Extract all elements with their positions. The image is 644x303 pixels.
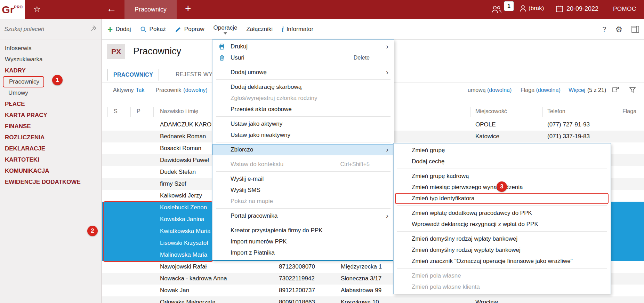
tab-pracownicy[interactable]: PRACOWNICY	[107, 69, 159, 81]
app-logo[interactable]: Gr PRO	[0, 0, 25, 19]
back-arrow-icon[interactable]: ←	[106, 3, 116, 14]
filter-active-value[interactable]: Tak	[136, 87, 145, 93]
menu-item-zbiorczo[interactable]: Zbiorczo›	[212, 144, 394, 155]
record-count: (5 z 21)	[587, 87, 606, 93]
plus-icon: +	[107, 25, 113, 34]
annotation-step-2: 2	[87, 226, 98, 236]
column-header-s[interactable]: S	[114, 108, 118, 115]
top-bar: Gr PRO ☆ ← Pracownicy + 1 (brak) 20-09-2…	[0, 0, 644, 19]
sidebar-item-finanse[interactable]: FINANSE	[0, 121, 102, 132]
operations-button[interactable]: Operacje	[214, 24, 238, 34]
informator-button[interactable]: i Informator	[282, 25, 313, 33]
sidebar-item-rozliczenia[interactable]: ROZLICZENIA	[0, 132, 102, 143]
user-label: (brak)	[529, 5, 544, 12]
sidebar-item-komunikacja[interactable]: KOMUNIKACJA	[0, 165, 102, 177]
menu-item-zmie-grup[interactable]: Zmień grupę	[394, 145, 611, 156]
sidebar-item-ewidencje-dodatkowe[interactable]: EWIDENCJE DODATKOWE	[0, 177, 102, 188]
menu-item-dodaj-deklaracj-skarbow[interactable]: Dodaj deklarację skarbową	[212, 81, 394, 93]
favorites-star-icon[interactable]: ☆	[33, 5, 41, 14]
zbiorczo-submenu: Zmień grupęDodaj cechęZmień grupę kadrow…	[393, 143, 611, 294]
menu-item-import-z-p-atnika[interactable]: Import z Płatnika	[212, 247, 394, 258]
cell-phone: (071) 337-19-83	[547, 131, 620, 142]
new-tab-button[interactable]: +	[185, 2, 191, 14]
menu-item-zmie-typ-identyfikatora[interactable]: Zmień typ identyfikatora	[394, 193, 611, 204]
help-menu[interactable]: POMOC	[613, 6, 636, 13]
menu-item-zmie-grup-kadrow[interactable]: Zmień grupę kadrową	[394, 171, 611, 182]
magnifier-icon	[140, 26, 147, 33]
menu-item-portal-pracownika[interactable]: Portal pracownika›	[212, 210, 394, 222]
filter-flag[interactable]: Flaga (dowolna)	[521, 87, 561, 93]
column-header-name[interactable]: Nazwisko i imię	[160, 108, 198, 115]
sidebar-item-umowy[interactable]: Umowy	[0, 87, 102, 99]
menu-item-wy-lij-sms[interactable]: Wyślij SMS	[212, 185, 394, 196]
cell-s	[114, 166, 135, 178]
column-header-phone[interactable]: Telefon	[547, 108, 565, 115]
menu-item-dodaj-cech[interactable]: Dodaj cechę	[394, 156, 611, 167]
users-icon[interactable]	[491, 5, 502, 14]
sidebar-item-kartoteki[interactable]: KARTOTEKI	[0, 154, 102, 165]
logo-text: Gr	[2, 5, 14, 15]
cell-id: 73022119942	[279, 273, 340, 285]
menu-item-drukuj[interactable]: Drukuj›	[212, 41, 394, 52]
menu-item-zmie-wp-at-dodatkow-pracodawcy-do-ppk[interactable]: Zmień wpłatę dodatkową pracodawcy do PPK	[394, 208, 611, 219]
window-tab-pracownicy[interactable]: Pracownicy	[124, 0, 177, 19]
menu-separator	[216, 208, 391, 209]
add-button[interactable]: + Dodaj	[107, 25, 131, 34]
menu-item-przenie-akta-osobowe[interactable]: Przenieś akta osobowe	[212, 104, 394, 115]
menu-item-wstaw-do-kontekstu: Wstaw do kontekstuCtrl+Shift+5	[212, 159, 394, 170]
sidebar-item-wyszukiwarka[interactable]: Wyszukiwarka	[0, 54, 102, 65]
menu-item-zmie-znacznik-oznaczaj-operacje-finansowe-jako-wra-liwe[interactable]: Zmień znacznik "Oznaczaj operacje finans…	[394, 256, 611, 267]
cell-p	[137, 237, 158, 249]
cell-p	[137, 166, 158, 178]
help-icon[interactable]: ?	[602, 25, 606, 33]
sidebar-item-deklaracje[interactable]: DEKLARACJE	[0, 143, 102, 154]
cell-p	[137, 213, 158, 225]
cell-id: 80091018663	[279, 296, 340, 303]
attachments-button[interactable]: Załączniki	[246, 26, 273, 33]
menu-item-wy-lij-e-mail[interactable]: Wyślij e-mail	[212, 173, 394, 185]
menu-item-zmie-domy-lny-rodzaj-wyp-aty-bankowej[interactable]: Zmień domyślny rodzaj wypłaty bankowej	[394, 244, 611, 256]
menu-item-kreator-przyst-pienia-firmy-do-ppk[interactable]: Kreator przystąpienia firmy do PPK	[212, 225, 394, 236]
sidebar-search	[0, 19, 102, 39]
annotation-step-3: 3	[497, 181, 507, 192]
cell-s	[114, 225, 135, 237]
current-user[interactable]: (brak)	[520, 5, 544, 12]
column-header-city[interactable]: Miejscowość	[475, 108, 507, 115]
sidebar-item-kadry[interactable]: KADRY	[0, 65, 102, 76]
sidebar-item-karta-pracy[interactable]: KARTA PRACY	[0, 110, 102, 121]
filter-contract[interactable]: umową (dowolna)	[468, 87, 512, 93]
export-icon[interactable]	[612, 86, 619, 93]
menu-item-ustaw-jako-nieaktywny[interactable]: Ustaw jako nieaktywny	[212, 130, 394, 141]
info-icon: i	[282, 25, 284, 33]
edit-button[interactable]: Popraw	[175, 26, 204, 33]
cell-p	[137, 285, 158, 296]
menu-separator	[216, 171, 391, 172]
search-input[interactable]	[3, 23, 85, 35]
layout-panels-icon[interactable]	[631, 26, 639, 33]
sidebar-item-p-ace[interactable]: PŁACE	[0, 99, 102, 110]
show-button[interactable]: Pokaż	[140, 26, 166, 33]
gear-icon[interactable]: ⚙	[615, 25, 622, 34]
table-row-or-owska-ma-gorzata[interactable]: Orłowska Małgorzata80091018663Koszykowa …	[102, 296, 644, 303]
shortcut-label: Delete	[354, 55, 370, 61]
menu-item-ustaw-jako-aktywny[interactable]: Ustaw jako aktywny	[212, 118, 394, 130]
cell-name: Nowak Jan	[160, 285, 276, 296]
menu-separator	[216, 116, 391, 117]
filter-funnel-icon[interactable]	[629, 86, 636, 93]
menu-item-wprowad-deklaracj-rezygnacji-z-wp-at-do-ppk[interactable]: Wprowadź deklarację rezygnacji z wpłat d…	[394, 219, 611, 230]
menu-item-dodaj-umow[interactable]: Dodaj umowę›	[212, 67, 394, 78]
column-header-p[interactable]: P	[137, 108, 140, 115]
filter-more-link[interactable]: Więcej	[569, 87, 585, 93]
menu-item-usu[interactable]: UsuńDelete	[212, 52, 394, 63]
cell-p	[137, 202, 158, 213]
menu-separator	[397, 169, 607, 169]
sidebar-item-infoserwis[interactable]: Infoserwis	[0, 43, 102, 54]
menu-item-import-numer-w-ppk[interactable]: Import numerów PPK	[212, 236, 394, 247]
menu-item-zmie-domy-lny-rodzaj-wp-aty-bankowej[interactable]: Zmień domyślny rodzaj wpłaty bankowej	[394, 233, 611, 244]
column-header-flag[interactable]: Flaga	[622, 108, 636, 115]
pin-icon[interactable]	[90, 25, 97, 32]
filter-employee-value[interactable]: (dowolny)	[183, 87, 207, 93]
notification-badge[interactable]: 1	[504, 1, 514, 11]
sidebar-item-pracownicy[interactable]: Pracownicy	[3, 76, 44, 87]
date-widget[interactable]: 20-09-2022	[556, 5, 598, 13]
